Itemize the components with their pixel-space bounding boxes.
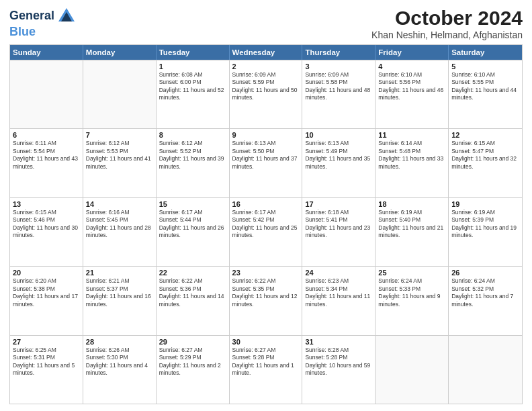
day-info: Sunrise: 6:18 AMSunset: 5:41 PMDaylight:… bbox=[305, 209, 372, 240]
sunset-text: Sunset: 5:53 PM bbox=[86, 148, 128, 154]
table-row: 26Sunrise: 6:24 AMSunset: 5:32 PMDayligh… bbox=[449, 267, 522, 334]
table-row: 9Sunrise: 6:13 AMSunset: 5:50 PMDaylight… bbox=[230, 129, 303, 197]
day-number: 28 bbox=[86, 338, 153, 346]
day-info: Sunrise: 6:19 AMSunset: 5:40 PMDaylight:… bbox=[378, 209, 445, 240]
sunrise-text: Sunrise: 6:13 AM bbox=[305, 140, 349, 146]
table-row: 23Sunrise: 6:22 AMSunset: 5:35 PMDayligh… bbox=[230, 267, 303, 334]
table-row: 30Sunrise: 6:27 AMSunset: 5:28 PMDayligh… bbox=[230, 336, 303, 404]
daylight-text: Daylight: 11 hours and 30 minutes. bbox=[13, 224, 78, 238]
header-day-monday: Monday bbox=[83, 45, 157, 60]
sunrise-text: Sunrise: 6:08 AM bbox=[159, 71, 203, 78]
day-number: 21 bbox=[86, 269, 153, 277]
day-number: 18 bbox=[378, 200, 445, 208]
day-number: 30 bbox=[232, 338, 300, 346]
sunset-text: Sunset: 5:28 PM bbox=[305, 354, 347, 361]
sunrise-text: Sunrise: 6:12 AM bbox=[86, 140, 130, 146]
day-info: Sunrise: 6:17 AMSunset: 5:42 PMDaylight:… bbox=[232, 209, 300, 240]
day-info: Sunrise: 6:10 AMSunset: 5:55 PMDaylight:… bbox=[451, 71, 519, 102]
sunrise-text: Sunrise: 6:24 AM bbox=[378, 277, 422, 284]
table-row: 6Sunrise: 6:11 AMSunset: 5:54 PMDaylight… bbox=[10, 129, 83, 197]
title-block: October 2024 Khan Neshin, Helmand, Afgha… bbox=[371, 7, 523, 40]
sunset-text: Sunset: 5:30 PM bbox=[86, 354, 128, 361]
daylight-text: Daylight: 10 hours and 59 minutes. bbox=[305, 362, 370, 376]
calendar-week-2: 13Sunrise: 6:15 AMSunset: 5:46 PMDayligh… bbox=[10, 197, 522, 266]
daylight-text: Daylight: 11 hours and 28 minutes. bbox=[86, 224, 151, 238]
day-info: Sunrise: 6:08 AMSunset: 6:00 PMDaylight:… bbox=[159, 71, 226, 102]
day-info: Sunrise: 6:23 AMSunset: 5:34 PMDaylight:… bbox=[305, 277, 372, 308]
header-day-sunday: Sunday bbox=[10, 45, 83, 60]
day-info: Sunrise: 6:16 AMSunset: 5:45 PMDaylight:… bbox=[86, 209, 153, 240]
sunset-text: Sunset: 5:38 PM bbox=[13, 285, 55, 292]
daylight-text: Daylight: 11 hours and 21 minutes. bbox=[378, 224, 443, 238]
day-info: Sunrise: 6:11 AMSunset: 5:54 PMDaylight:… bbox=[13, 140, 80, 171]
day-number: 16 bbox=[232, 200, 300, 208]
day-number: 23 bbox=[232, 269, 300, 277]
sunset-text: Sunset: 5:36 PM bbox=[159, 285, 202, 292]
header-day-saturday: Saturday bbox=[449, 45, 522, 60]
day-number: 31 bbox=[305, 338, 372, 346]
table-row: 15Sunrise: 6:17 AMSunset: 5:44 PMDayligh… bbox=[157, 198, 230, 266]
day-number: 7 bbox=[86, 131, 153, 139]
sunset-text: Sunset: 5:56 PM bbox=[378, 79, 420, 85]
sunset-text: Sunset: 5:54 PM bbox=[13, 148, 55, 154]
table-row: 7Sunrise: 6:12 AMSunset: 5:53 PMDaylight… bbox=[83, 129, 157, 197]
daylight-text: Daylight: 11 hours and 41 minutes. bbox=[86, 155, 151, 169]
sunset-text: Sunset: 5:31 PM bbox=[13, 354, 55, 361]
day-info: Sunrise: 6:09 AMSunset: 5:58 PMDaylight:… bbox=[305, 71, 372, 102]
table-row: 20Sunrise: 6:20 AMSunset: 5:38 PMDayligh… bbox=[10, 267, 83, 334]
sunset-text: Sunset: 5:59 PM bbox=[232, 79, 275, 85]
sunrise-text: Sunrise: 6:22 AM bbox=[159, 277, 203, 284]
sunset-text: Sunset: 5:32 PM bbox=[451, 285, 494, 292]
sunrise-text: Sunrise: 6:19 AM bbox=[378, 209, 422, 216]
sunset-text: Sunset: 5:58 PM bbox=[305, 79, 347, 85]
sunrise-text: Sunrise: 6:10 AM bbox=[378, 71, 422, 78]
sunrise-text: Sunrise: 6:21 AM bbox=[86, 277, 130, 284]
daylight-text: Daylight: 11 hours and 12 minutes. bbox=[232, 293, 298, 307]
table-row: 13Sunrise: 6:15 AMSunset: 5:46 PMDayligh… bbox=[10, 198, 83, 266]
sunset-text: Sunset: 5:46 PM bbox=[13, 216, 55, 223]
sunset-text: Sunset: 5:39 PM bbox=[451, 216, 494, 223]
calendar-week-1: 6Sunrise: 6:11 AMSunset: 5:54 PMDaylight… bbox=[10, 128, 522, 197]
day-info: Sunrise: 6:24 AMSunset: 5:33 PMDaylight:… bbox=[378, 277, 445, 308]
day-info: Sunrise: 6:22 AMSunset: 5:36 PMDaylight:… bbox=[159, 277, 226, 308]
sunset-text: Sunset: 5:34 PM bbox=[305, 285, 347, 292]
day-number: 14 bbox=[86, 200, 153, 208]
header-day-tuesday: Tuesday bbox=[157, 45, 230, 60]
calendar-subtitle: Khan Neshin, Helmand, Afghanistan bbox=[371, 30, 523, 40]
sunrise-text: Sunrise: 6:27 AM bbox=[159, 347, 203, 353]
sunrise-text: Sunrise: 6:11 AM bbox=[13, 140, 56, 146]
day-info: Sunrise: 6:15 AMSunset: 5:46 PMDaylight:… bbox=[13, 209, 80, 240]
daylight-text: Daylight: 11 hours and 44 minutes. bbox=[451, 87, 517, 101]
daylight-text: Daylight: 11 hours and 43 minutes. bbox=[13, 155, 78, 169]
day-info: Sunrise: 6:13 AMSunset: 5:50 PMDaylight:… bbox=[232, 140, 300, 171]
daylight-text: Daylight: 11 hours and 26 minutes. bbox=[159, 224, 224, 238]
day-number: 11 bbox=[378, 131, 445, 139]
sunset-text: Sunset: 5:41 PM bbox=[305, 216, 347, 223]
day-info: Sunrise: 6:12 AMSunset: 5:53 PMDaylight:… bbox=[86, 140, 153, 171]
day-number: 17 bbox=[305, 200, 372, 208]
daylight-text: Daylight: 11 hours and 9 minutes. bbox=[378, 293, 440, 307]
sunrise-text: Sunrise: 6:09 AM bbox=[232, 71, 276, 78]
table-row bbox=[83, 60, 157, 128]
daylight-text: Daylight: 11 hours and 25 minutes. bbox=[232, 224, 298, 238]
sunset-text: Sunset: 5:42 PM bbox=[232, 216, 275, 223]
sunrise-text: Sunrise: 6:25 AM bbox=[13, 347, 56, 353]
sunrise-text: Sunrise: 6:09 AM bbox=[305, 71, 349, 78]
table-row: 8Sunrise: 6:12 AMSunset: 5:52 PMDaylight… bbox=[157, 129, 230, 197]
day-number: 6 bbox=[13, 131, 80, 139]
daylight-text: Daylight: 11 hours and 35 minutes. bbox=[305, 155, 370, 169]
table-row: 17Sunrise: 6:18 AMSunset: 5:41 PMDayligh… bbox=[302, 198, 375, 266]
sunset-text: Sunset: 5:40 PM bbox=[378, 216, 420, 223]
sunrise-text: Sunrise: 6:24 AM bbox=[451, 277, 495, 284]
day-number: 9 bbox=[232, 131, 300, 139]
table-row: 11Sunrise: 6:14 AMSunset: 5:48 PMDayligh… bbox=[375, 129, 449, 197]
table-row: 1Sunrise: 6:08 AMSunset: 6:00 PMDaylight… bbox=[157, 60, 230, 128]
page: General Blue October 2024 Khan Neshin, H… bbox=[0, 0, 532, 411]
daylight-text: Daylight: 11 hours and 7 minutes. bbox=[451, 293, 513, 307]
sunrise-text: Sunrise: 6:10 AM bbox=[451, 71, 495, 78]
day-number: 24 bbox=[305, 269, 372, 277]
calendar-header-row: SundayMondayTuesdayWednesdayThursdayFrid… bbox=[10, 45, 522, 60]
sunrise-text: Sunrise: 6:13 AM bbox=[232, 140, 276, 146]
daylight-text: Daylight: 11 hours and 11 minutes. bbox=[305, 293, 370, 307]
sunset-text: Sunset: 5:50 PM bbox=[232, 148, 275, 154]
